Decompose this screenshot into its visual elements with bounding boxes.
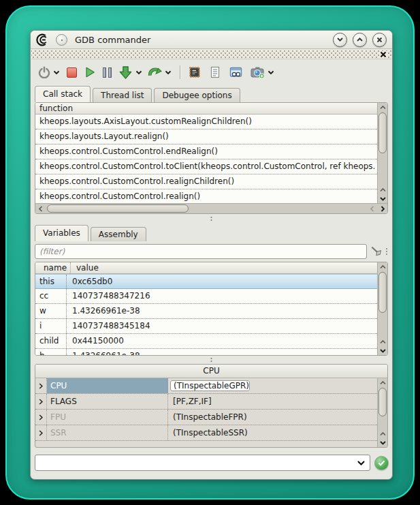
pause-button[interactable]: [103, 63, 112, 81]
scroll-up-icon[interactable]: [378, 262, 387, 271]
app-logo-icon: [36, 33, 50, 46]
scrollbar-track[interactable]: [378, 271, 387, 337]
tab-thread-list[interactable]: Thread list: [93, 88, 152, 102]
teal-window-frame: GDB commander: [5, 5, 415, 500]
cpu-register-row[interactable]: FPU (TInspectableFPR): [35, 410, 377, 425]
dock-drag-handle[interactable]: [31, 50, 391, 59]
scrollbar-track[interactable]: [46, 204, 367, 213]
stop-button[interactable]: [67, 63, 77, 81]
call-stack-panel: function kheops.layouts.AxisLayout.custo…: [35, 102, 388, 214]
power-dropdown-chevron-icon[interactable]: [53, 63, 60, 81]
variables-filter-row: [35, 243, 388, 259]
call-stack-row[interactable]: kheops.layouts.AxisLayout.customRealignC…: [35, 114, 377, 129]
scroll-up-icon[interactable]: [378, 429, 387, 438]
event-log-button[interactable]: [208, 63, 222, 81]
variables-value-column-header[interactable]: value: [71, 262, 377, 273]
snapshot-camera-button[interactable]: [250, 63, 265, 81]
scroll-up-icon[interactable]: [378, 185, 387, 194]
scroll-up-icon[interactable]: [378, 103, 387, 112]
combo-chevron-icon[interactable]: [357, 460, 366, 466]
scroll-down-icon[interactable]: [378, 438, 387, 447]
snapshot-dropdown-chevron-icon[interactable]: [268, 63, 274, 81]
debug-toolbar: [31, 60, 392, 85]
call-stack-row[interactable]: kheops.control.CustomControl.endRealign(…: [35, 144, 377, 159]
step-over-dropdown-chevron-icon[interactable]: [165, 63, 172, 81]
expand-chevron-icon[interactable]: [35, 425, 47, 440]
expand-chevron-icon[interactable]: [35, 378, 47, 393]
gdb-commander-window: GDB commander: [30, 30, 393, 480]
call-stack-row[interactable]: kheops.control.CustomControl.realignChil…: [35, 174, 377, 189]
scrollbar-thumb[interactable]: [378, 272, 387, 313]
scroll-up-icon[interactable]: [378, 378, 387, 387]
power-button[interactable]: [38, 63, 50, 81]
scrollbar-thumb[interactable]: [47, 204, 189, 213]
call-stack-column-header[interactable]: function: [35, 103, 377, 114]
watches-window-button[interactable]: [229, 63, 243, 81]
step-into-button[interactable]: [118, 63, 133, 81]
scroll-left-icon[interactable]: [367, 206, 377, 212]
call-stack-horizontal-scrollbar[interactable]: [35, 203, 387, 213]
call-stack-vertical-scrollbar[interactable]: [377, 103, 387, 203]
memory-chip-button[interactable]: [188, 63, 201, 81]
command-combobox[interactable]: [35, 455, 370, 471]
filter-input[interactable]: [35, 244, 367, 259]
panel-splitter[interactable]: [35, 215, 388, 223]
call-stack-row[interactable]: kheops.control.CustomControl.toClient(kh…: [35, 159, 377, 174]
variable-row[interactable]: w 1.43266961e-38: [35, 304, 377, 319]
step-into-dropdown-chevron-icon[interactable]: [135, 63, 142, 81]
step-over-button[interactable]: [148, 63, 162, 81]
variables-panel: name value this 0xc65db0 cc 140737488347…: [35, 262, 388, 356]
variables-vertical-scrollbar[interactable]: [377, 262, 387, 355]
variable-row[interactable]: cc 140737488347216: [35, 289, 377, 304]
dock-close-button[interactable]: [379, 51, 387, 58]
call-stack-row[interactable]: kheops.layouts.Layout.realign(): [35, 129, 377, 144]
cpu-register-row[interactable]: FLAGS [PF,ZF,IF]: [35, 394, 377, 410]
panel-splitter[interactable]: [35, 356, 388, 364]
clear-filter-broom-icon[interactable]: [369, 244, 384, 259]
tab-call-stack[interactable]: Call stack: [35, 86, 91, 102]
close-button[interactable]: [372, 33, 387, 47]
call-stack-row[interactable]: kheops.control.CustomControl.realign(): [35, 189, 377, 203]
expand-chevron-icon[interactable]: [35, 394, 47, 409]
inspect-pages-tabs: Variables Assembly: [35, 225, 148, 241]
tab-variables[interactable]: Variables: [35, 225, 88, 241]
run-button[interactable]: [84, 63, 96, 81]
scrollbar-thumb[interactable]: [378, 112, 387, 153]
scrollbar-thumb[interactable]: [378, 388, 387, 416]
filter-row-grip[interactable]: [385, 247, 388, 256]
scrollbar-track[interactable]: [378, 387, 387, 429]
scroll-right-icon[interactable]: [377, 206, 387, 212]
roll-down-button[interactable]: [333, 33, 347, 47]
cpu-vertical-scrollbar[interactable]: [377, 378, 387, 447]
titlebar[interactable]: GDB commander: [31, 31, 392, 49]
variable-row[interactable]: i 140737488345184: [35, 319, 377, 334]
variable-row[interactable]: this 0xc65db0: [35, 274, 377, 289]
confirm-check-button[interactable]: [374, 456, 389, 470]
expand-chevron-icon[interactable]: [35, 410, 47, 425]
scroll-up-icon[interactable]: [378, 337, 387, 346]
scroll-down-icon[interactable]: [378, 194, 387, 203]
command-row: [35, 454, 389, 472]
variable-row[interactable]: b 1.43266961e-38: [35, 349, 377, 355]
window-title: GDB commander: [75, 35, 327, 45]
roll-up-button[interactable]: [353, 33, 367, 47]
stay-on-top-pin-icon[interactable]: [56, 34, 67, 46]
cpu-register-row[interactable]: SSR (TInspectableSSR): [35, 425, 377, 441]
variables-name-column-header[interactable]: name: [39, 262, 71, 273]
debug-pages-tabs: Call stack Thread list Debugee options: [35, 86, 242, 102]
cpu-register-row[interactable]: CPU (TInspectableGPR): [35, 378, 377, 394]
scroll-left-icon[interactable]: [35, 206, 46, 212]
cpu-value-editbox[interactable]: (TInspectableGPR): [170, 380, 250, 391]
variable-row[interactable]: child 0x44150000: [35, 334, 377, 349]
tab-assembly[interactable]: Assembly: [91, 227, 146, 241]
cpu-inspector-panel: CPU CPU (TInspectableGPR) FLAGS: [35, 364, 388, 448]
tab-debugee-options[interactable]: Debugee options: [154, 88, 240, 102]
scroll-down-icon[interactable]: [378, 346, 387, 355]
scrollbar-track[interactable]: [378, 112, 387, 185]
cpu-panel-header: CPU: [35, 365, 387, 378]
toolbar-separator: [180, 65, 181, 79]
